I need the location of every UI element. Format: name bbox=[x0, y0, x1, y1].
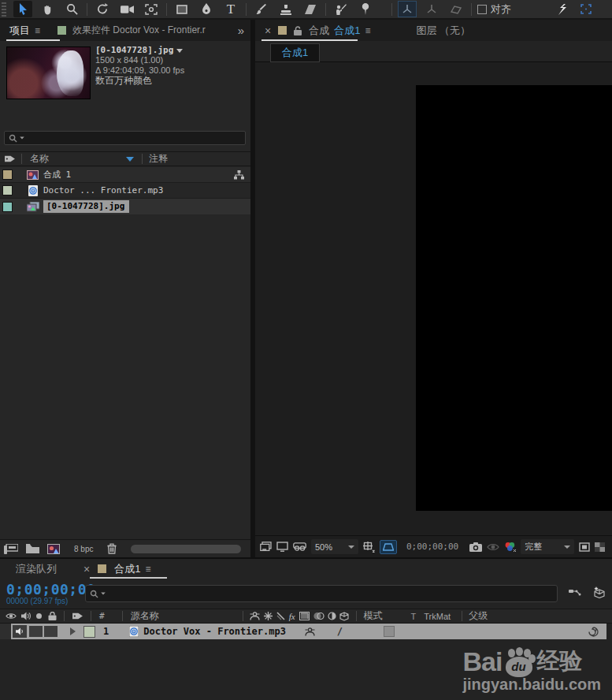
new-composition-icon[interactable] bbox=[47, 544, 60, 554]
layer-quality-switch[interactable]: / bbox=[337, 626, 343, 637]
cursor-icon[interactable] bbox=[552, 1, 571, 17]
search-options-caret-icon[interactable] bbox=[101, 593, 106, 595]
column-trkmat[interactable]: TrkMat bbox=[424, 612, 451, 621]
footage-thumbnail[interactable] bbox=[6, 47, 91, 99]
region-of-interest-button[interactable] bbox=[579, 542, 590, 552]
tab-layer[interactable]: 图层 （无） bbox=[416, 24, 470, 38]
flowchart-icon[interactable] bbox=[234, 170, 244, 180]
close-tab-icon[interactable]: × bbox=[83, 563, 90, 575]
selection-tool-button[interactable] bbox=[13, 1, 32, 17]
resolution-dropdown[interactable]: 完整 bbox=[521, 539, 574, 554]
pen-tool-button[interactable] bbox=[197, 1, 216, 17]
item-label-selected[interactable]: [0-1047728].jpg bbox=[43, 200, 129, 213]
cube-3d-column-icon[interactable] bbox=[339, 612, 349, 621]
rotation-tool-button[interactable] bbox=[93, 1, 112, 17]
current-timecode[interactable]: 0;00;00;00 bbox=[6, 581, 95, 598]
timeline-search-input[interactable] bbox=[85, 585, 558, 602]
column-comment[interactable]: 注释 bbox=[149, 152, 168, 166]
magnification-dropdown[interactable]: 50% bbox=[311, 539, 358, 554]
column-mode[interactable]: 模式 bbox=[364, 609, 383, 623]
channel-rgb-icon[interactable] bbox=[504, 542, 516, 552]
axis-view-button[interactable] bbox=[447, 1, 465, 17]
blend-circles-icon[interactable] bbox=[313, 612, 325, 620]
search-options-caret-icon[interactable] bbox=[20, 137, 24, 140]
parent-pickwhip-icon[interactable] bbox=[588, 627, 599, 637]
item-label[interactable]: 合成 1 bbox=[43, 169, 71, 181]
preview-timecode[interactable]: 0;00;00;00 bbox=[406, 542, 458, 552]
close-tab-icon[interactable]: × bbox=[265, 24, 271, 37]
half-circle-icon[interactable] bbox=[328, 612, 336, 620]
tab-effect-controls[interactable]: 效果控件 Doctor Vox - Frontier.r bbox=[72, 24, 213, 37]
region-of-interest-icon[interactable] bbox=[577, 1, 595, 17]
solo-icon[interactable] bbox=[36, 613, 42, 619]
shape-tool-button[interactable] bbox=[172, 1, 191, 17]
label-color-chip[interactable] bbox=[2, 202, 13, 212]
mini-flowchart-icon[interactable] bbox=[569, 586, 582, 598]
mask-visibility-icon[interactable] bbox=[380, 540, 397, 554]
tab-comp-name[interactable]: 合成1 bbox=[334, 24, 360, 38]
column-source-name[interactable]: 源名称 bbox=[131, 609, 159, 623]
new-folder-icon[interactable] bbox=[26, 544, 39, 553]
viewer-panel-menu-icon[interactable]: ≡ bbox=[365, 25, 370, 36]
color-depth-button[interactable]: 8 bpc bbox=[68, 544, 99, 554]
puppet-pin-tool-button[interactable] bbox=[356, 1, 375, 17]
camera-tool-button[interactable] bbox=[117, 1, 136, 17]
stereo-3d-icon[interactable] bbox=[293, 542, 306, 551]
tab-comp-prefix[interactable]: 合成 bbox=[309, 24, 329, 38]
project-item-image-selected[interactable]: [0-1047728].jpg bbox=[0, 199, 250, 214]
comp-breadcrumb-button[interactable]: 合成1 bbox=[270, 43, 320, 62]
axis-world-button[interactable] bbox=[422, 1, 441, 17]
sort-arrow-icon[interactable] bbox=[126, 157, 134, 162]
snap-toggle[interactable]: 对齐 bbox=[477, 2, 511, 17]
item-label[interactable]: Doctor ... Frontier.mp3 bbox=[43, 185, 163, 195]
tab-render-queue[interactable]: 渲染队列 bbox=[16, 562, 57, 576]
pan-behind-tool-button[interactable] bbox=[142, 1, 161, 17]
zoom-tool-button[interactable] bbox=[62, 1, 81, 17]
layer-label-chip[interactable] bbox=[83, 626, 95, 638]
timeline-panel-menu-icon[interactable]: ≡ bbox=[145, 564, 150, 575]
label-color-chip[interactable] bbox=[2, 185, 13, 195]
effects-column-icon[interactable]: fx bbox=[289, 612, 295, 621]
column-name[interactable]: 名称 bbox=[30, 152, 49, 166]
project-panel-menu-icon[interactable]: ≡ bbox=[35, 25, 40, 36]
axis-local-button[interactable] bbox=[398, 1, 417, 17]
lock-icon[interactable] bbox=[48, 612, 57, 620]
label-column-icon[interactable] bbox=[72, 612, 83, 620]
composition-canvas[interactable] bbox=[416, 85, 612, 511]
layer-name[interactable]: Doctor Vox - Frontier.mp3 bbox=[143, 626, 286, 637]
frame-blend-column-icon[interactable] bbox=[264, 612, 273, 620]
snap-checkbox[interactable] bbox=[477, 5, 487, 14]
hand-tool-button[interactable] bbox=[38, 1, 57, 17]
panel-grip[interactable] bbox=[2, 2, 6, 17]
project-search-input[interactable] bbox=[4, 131, 246, 145]
project-item-composition[interactable]: 合成 1 bbox=[0, 167, 250, 183]
snapshot-camera-icon[interactable] bbox=[469, 542, 482, 552]
footage-filename[interactable]: [0-1047728].jpg bbox=[95, 45, 184, 55]
monitor-icon[interactable] bbox=[276, 542, 288, 552]
transparency-grid-icon[interactable] bbox=[595, 542, 605, 552]
show-snapshot-eye-icon[interactable] bbox=[487, 543, 499, 551]
label-column-icon[interactable] bbox=[5, 155, 15, 163]
layer-shy-icon[interactable] bbox=[305, 627, 315, 636]
tab-project[interactable]: 项目 bbox=[9, 24, 30, 38]
video-eye-icon[interactable] bbox=[6, 612, 17, 620]
horizontal-scrollbar[interactable] bbox=[131, 545, 241, 553]
always-preview-icon[interactable] bbox=[260, 542, 272, 552]
tab-overflow-icon[interactable]: » bbox=[238, 24, 244, 37]
layer-row-audio[interactable]: 1 Doctor Vox - Frontier.mp3 / bbox=[0, 624, 606, 639]
column-t[interactable]: T bbox=[411, 612, 417, 621]
layer-audio-enabled-icon[interactable] bbox=[13, 625, 27, 638]
draft-3d-icon[interactable] bbox=[593, 586, 606, 598]
roto-brush-tool-button[interactable] bbox=[332, 1, 351, 17]
layer-expand-arrow[interactable] bbox=[70, 627, 76, 635]
type-tool-button[interactable]: T bbox=[221, 1, 240, 17]
unlock-icon[interactable] bbox=[294, 26, 302, 35]
footage-name-caret-icon[interactable] bbox=[176, 49, 183, 53]
column-parent[interactable]: 父级 bbox=[469, 609, 488, 623]
label-color-chip[interactable] bbox=[2, 169, 13, 180]
tab-comp-timeline[interactable]: 合成1 bbox=[114, 562, 140, 576]
motion-blur-column-icon[interactable] bbox=[276, 612, 285, 620]
layer-mode-cell[interactable] bbox=[384, 626, 395, 637]
interpret-footage-icon[interactable] bbox=[4, 544, 18, 554]
clone-stamp-tool-button[interactable] bbox=[276, 1, 295, 17]
